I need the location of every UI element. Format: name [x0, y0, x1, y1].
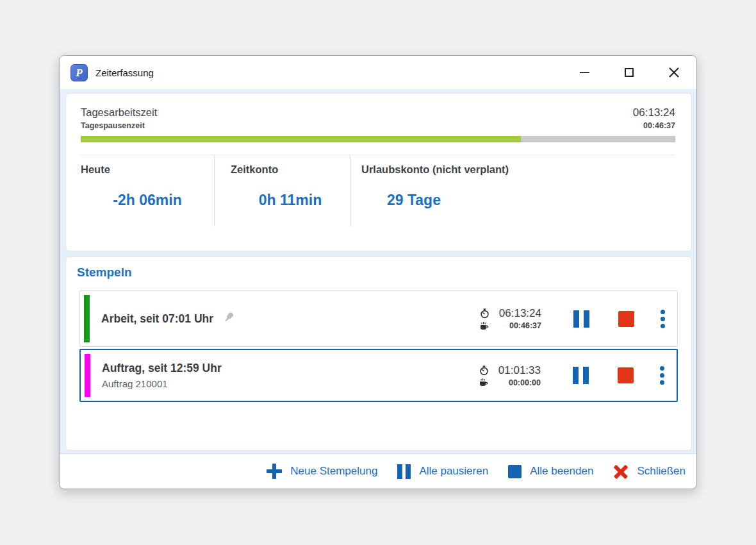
- row-menu-button[interactable]: [661, 310, 665, 328]
- close-icon: [668, 67, 680, 78]
- stat-value: 29 Tage: [361, 192, 675, 209]
- pause-stamp-button[interactable]: [573, 367, 589, 384]
- pause-all-label: Alle pausieren: [419, 465, 488, 478]
- app-window: P Zeiterfassung Tagesarbeitszeit 06:13:2…: [59, 55, 697, 489]
- close-app-label: Schließen: [637, 465, 686, 478]
- worktime-progressbar: [81, 136, 675, 142]
- stamp-rows: Arbeit, seit 07:01 Uhr: [79, 290, 678, 402]
- close-x-icon: [613, 464, 629, 479]
- kebab-icon: [661, 310, 665, 314]
- maximize-button[interactable]: [607, 56, 652, 89]
- stat-urlaubskonto: Urlaubskonto (nicht verplant) 29 Tage: [350, 155, 675, 226]
- stempeln-panel: Stempeln Arbeit, seit 07:01 Uhr: [65, 256, 692, 451]
- close-button[interactable]: [652, 56, 696, 89]
- activity-color-bar: [85, 354, 90, 397]
- stamp-timer: 01:01:33: [491, 364, 541, 377]
- pause-icon: [573, 310, 579, 328]
- stat-label: Urlaubskonto (nicht verplant): [361, 164, 675, 176]
- stamp-pause-time: 00:46:37: [491, 321, 541, 330]
- stats-row: Heute -2h 06min Zeitkonto 0h 11min Urlau…: [81, 155, 675, 238]
- work-time-value: 06:13:24: [633, 106, 675, 119]
- pause-all-button[interactable]: Alle pausieren: [397, 464, 488, 479]
- app-logo-icon: P: [70, 64, 88, 81]
- stop-all-icon: [508, 465, 522, 478]
- stat-value: 0h 11min: [231, 192, 350, 209]
- titlebar: P Zeiterfassung: [60, 56, 696, 89]
- stamp-title: Auftrag, seit 12:59 Uhr: [102, 362, 222, 375]
- stamp-subtitle: Auftrag 210001: [102, 378, 222, 389]
- kebab-icon: [660, 366, 664, 371]
- stat-label: Zeitkonto: [231, 164, 350, 176]
- pin-icon: [222, 311, 235, 326]
- stopwatch-icon: [480, 308, 491, 319]
- close-app-button[interactable]: Schließen: [613, 464, 686, 479]
- row-menu-button[interactable]: [660, 366, 664, 385]
- stat-heute: Heute -2h 06min: [81, 155, 215, 226]
- stopwatch-icon: [479, 365, 491, 376]
- pause-time-value: 00:46:37: [643, 121, 675, 130]
- new-stamp-label: Neue Stempelung: [290, 465, 377, 478]
- plus-icon: [267, 464, 282, 479]
- end-all-button[interactable]: Alle beenden: [508, 465, 593, 478]
- stempeln-title: Stempeln: [66, 257, 691, 280]
- stamp-pause-time: 00:00:00: [491, 378, 541, 387]
- stop-stamp-button[interactable]: [618, 311, 634, 327]
- pause-all-icon: [397, 464, 411, 479]
- coffee-icon: [479, 378, 491, 387]
- stop-stamp-button[interactable]: [618, 367, 634, 383]
- stamp-row-arbeit[interactable]: Arbeit, seit 07:01 Uhr: [79, 290, 678, 347]
- stat-zeitkonto: Zeitkonto 0h 11min: [215, 155, 350, 226]
- stamp-timer: 06:13:24: [491, 307, 541, 320]
- pause-time-label: Tagespausenzeit: [81, 121, 145, 130]
- minimize-button[interactable]: [562, 56, 607, 89]
- stamp-title: Arbeit, seit 07:01 Uhr: [101, 312, 213, 326]
- summary-panel: Tagesarbeitszeit 06:13:24 Tagespausenzei…: [65, 93, 692, 251]
- stamp-row-auftrag[interactable]: Auftrag, seit 12:59 Uhr Auftrag 210001 0…: [79, 349, 678, 402]
- window-title: Zeiterfassung: [95, 67, 154, 78]
- new-stamp-button[interactable]: Neue Stempelung: [267, 464, 377, 479]
- progress-fill: [81, 136, 521, 142]
- activity-color-bar: [84, 295, 90, 342]
- stat-value: -2h 06min: [81, 192, 214, 209]
- window-controls: [562, 56, 696, 89]
- stat-label: Heute: [81, 164, 214, 176]
- pause-icon: [573, 367, 579, 384]
- maximize-icon: [625, 68, 634, 77]
- work-time-label: Tagesarbeitszeit: [81, 106, 157, 119]
- coffee-icon: [480, 322, 491, 330]
- minimize-icon: [580, 72, 589, 73]
- pause-stamp-button[interactable]: [573, 310, 589, 328]
- bottom-toolbar: Neue Stempelung Alle pausieren Alle been…: [60, 453, 696, 489]
- end-all-label: Alle beenden: [530, 465, 593, 478]
